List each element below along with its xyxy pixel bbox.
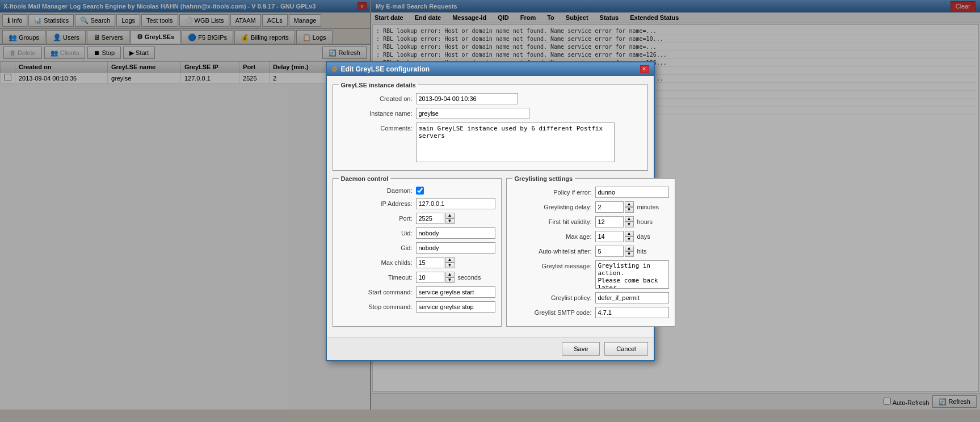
gid-label: Gid: [339,244,413,251]
max-age-spinbox-btns: ▲ ▼ [625,231,634,242]
daemon-label: Daemon: [339,187,413,194]
modal-close-button[interactable]: × [640,65,649,73]
timeout-label: Timeout: [339,274,413,281]
auto-whitelist-after-up-btn[interactable]: ▲ [625,246,634,251]
daemon-control-fieldset: Daemon control Daemon: IP Address: Port: [333,175,502,327]
greylist-message-textarea[interactable]: Greylisting in action. Please come back … [595,260,669,289]
greylisting-settings-fieldset: Greylisting settings Policy if error: Gr… [506,175,675,327]
max-age-input[interactable] [595,231,624,242]
timeout-input[interactable] [416,272,444,283]
port-spinbox-btns: ▲ ▼ [445,213,455,224]
greylisting-delay-down-btn[interactable]: ▼ [625,207,634,213]
cancel-button[interactable]: Cancel [604,342,647,356]
start-command-input[interactable] [416,286,495,298]
instance-name-input[interactable] [416,108,529,119]
greylist-policy-label: Greylist policy: [512,294,592,301]
ip-address-label: IP Address: [339,200,413,207]
start-command-row: Start command: [339,286,495,298]
first-hit-validity-input[interactable] [595,216,624,227]
max-childs-row: Max childs: ▲ ▼ [339,257,495,268]
comments-textarea[interactable]: main GreyLSE instance used by 6 differen… [416,123,615,162]
max-childs-up-btn[interactable]: ▲ [445,257,455,263]
policy-if-error-row: Policy if error: [512,187,669,198]
port-spinbox: ▲ ▼ [416,213,455,224]
greylist-policy-row: Greylist policy: [512,292,669,303]
instance-details-fieldset: GreyLSE instance details Created on: Ins… [333,82,648,171]
max-age-down-btn[interactable]: ▼ [625,237,634,242]
greylist-message-row: Greylist message: Greylisting in action.… [512,260,669,289]
max-age-up-btn[interactable]: ▲ [625,231,634,237]
greylisting-delay-spinbox-btns: ▲ ▼ [625,201,634,213]
greylist-smtp-code-row: Greylist SMTP code: [512,307,669,318]
gid-input[interactable] [416,242,495,254]
greylisting-delay-input[interactable] [595,201,624,213]
start-command-label: Start command: [339,289,413,296]
greylisting-delay-suffix: minutes [637,204,659,210]
gid-row: Gid: [339,242,495,254]
stop-command-input[interactable] [416,301,495,313]
max-age-spinbox: ▲ ▼ [595,231,634,242]
auto-whitelist-after-label: Auto-whitelist after: [512,248,592,255]
auto-whitelist-after-down-btn[interactable]: ▼ [625,251,634,257]
instance-name-label: Instance name: [339,110,413,117]
first-hit-validity-up-btn[interactable]: ▲ [625,216,634,222]
uid-input[interactable] [416,227,495,239]
timeout-row: Timeout: ▲ ▼ seconds [339,272,495,283]
greylist-message-label: Greylist message: [512,263,592,269]
first-hit-validity-spinbox-btns: ▲ ▼ [625,216,634,227]
max-childs-down-btn[interactable]: ▼ [445,263,455,268]
fieldsets-row: Daemon control Daemon: IP Address: Port: [333,175,648,331]
created-on-input[interactable] [416,93,518,104]
greylisting-delay-spinbox: ▲ ▼ [595,201,634,213]
max-childs-spinbox: ▲ ▼ [416,257,455,268]
policy-if-error-input[interactable] [595,187,669,198]
modal-title: Edit GreyLSE configuration [341,65,430,73]
timeout-spinbox-btns: ▲ ▼ [445,272,455,283]
greylist-policy-input[interactable] [595,292,669,303]
first-hit-validity-spinbox: ▲ ▼ [595,216,634,227]
auto-whitelist-after-input[interactable] [595,246,624,257]
timeout-suffix: seconds [458,274,481,281]
stop-command-label: Stop command: [339,303,413,310]
daemon-checkbox[interactable] [416,187,424,195]
stop-command-row: Stop command: [339,301,495,313]
timeout-up-btn[interactable]: ▲ [445,272,455,277]
ip-address-row: IP Address: [339,198,495,209]
port-input[interactable] [416,213,444,224]
instance-name-row: Instance name: [339,108,642,119]
port-label: Port: [339,215,413,222]
created-on-row: Created on: [339,93,642,104]
edit-greylse-modal: ⚙ Edit GreyLSE configuration × GreyLSE i… [326,61,655,361]
modal-body: GreyLSE instance details Created on: Ins… [327,76,654,337]
first-hit-validity-suffix: hours [637,218,653,225]
modal-footer: Save Cancel [327,337,654,360]
timeout-down-btn[interactable]: ▼ [445,277,455,283]
modal-overlay: ⚙ Edit GreyLSE configuration × GreyLSE i… [0,0,980,410]
greylisting-settings-legend: Greylisting settings [512,175,575,182]
greylist-smtp-code-input[interactable] [595,307,669,318]
greylisting-delay-label: Greylisting delay: [512,204,592,210]
modal-icon: ⚙ [331,65,338,73]
first-hit-validity-label: First hit validity: [512,218,592,225]
port-down-btn[interactable]: ▼ [445,218,455,224]
max-childs-spinbox-btns: ▲ ▼ [445,257,455,268]
uid-row: Uid: [339,227,495,239]
daemon-control-legend: Daemon control [339,175,391,182]
greylist-smtp-code-label: Greylist SMTP code: [512,309,592,316]
instance-details-legend: GreyLSE instance details [339,82,418,88]
max-childs-input[interactable] [416,257,444,268]
max-age-label: Max age: [512,233,592,240]
modal-title-bar: ⚙ Edit GreyLSE configuration × [327,62,654,76]
comments-row: Comments: main GreyLSE instance used by … [339,123,642,162]
save-button[interactable]: Save [562,342,600,356]
greylisting-delay-up-btn[interactable]: ▲ [625,201,634,207]
policy-if-error-label: Policy if error: [512,189,592,196]
auto-whitelist-after-spinbox: ▲ ▼ [595,246,634,257]
timeout-spinbox: ▲ ▼ [416,272,455,283]
port-up-btn[interactable]: ▲ [445,213,455,218]
auto-whitelist-after-row: Auto-whitelist after: ▲ ▼ hits [512,246,669,257]
first-hit-validity-down-btn[interactable]: ▼ [625,222,634,227]
max-age-suffix: days [637,233,650,240]
uid-label: Uid: [339,230,413,237]
ip-address-input[interactable] [416,198,495,209]
